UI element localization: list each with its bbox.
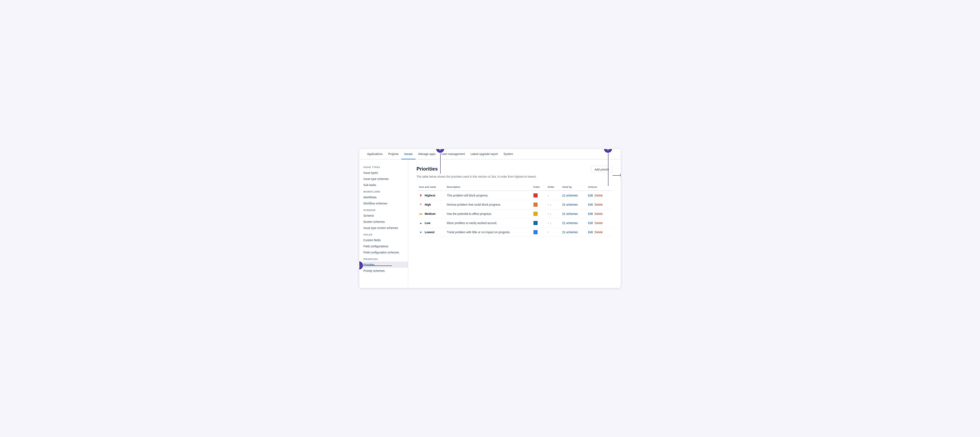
- sidebar-item-field-configurations[interactable]: Field configurations: [360, 243, 408, 249]
- order-up-arrow[interactable]: ↑: [547, 231, 549, 234]
- edit-link[interactable]: Edit: [588, 212, 593, 215]
- svg-rect-1: [419, 214, 422, 215]
- sidebar-item-screens[interactable]: Screens: [360, 212, 408, 219]
- sidebar-section-priorities: PRIORITIES: [360, 255, 408, 262]
- page-description: The table below shows the priorities use…: [417, 175, 612, 178]
- nav-projects[interactable]: Projects: [385, 149, 402, 159]
- priority-icon-lowest: [419, 230, 423, 234]
- delete-link[interactable]: Delete: [595, 231, 603, 234]
- sidebar-item-issue-types[interactable]: Issue types: [360, 170, 408, 176]
- delete-link[interactable]: Delete: [595, 203, 603, 206]
- add-priority-button[interactable]: Add priority: [591, 166, 612, 173]
- sidebar-section-screens: SCREENS: [360, 206, 408, 212]
- sidebar-item-screen-schemes[interactable]: Screen schemes: [360, 219, 408, 225]
- priority-order-cell: ↑: [545, 228, 560, 237]
- priority-order-cell: ↑↓: [545, 218, 560, 228]
- priority-actions: EditDelete: [585, 218, 612, 228]
- sidebar-item-priority-schemes[interactable]: Priority schemes: [360, 268, 408, 274]
- priority-actions: EditDelete: [585, 228, 612, 237]
- sidebar-item-priorities[interactable]: Priorities: [360, 262, 408, 268]
- priorities-table: Icon and name Description Color Order Us…: [417, 184, 612, 237]
- col-order: Order: [545, 184, 560, 191]
- col-actions: Actions: [585, 184, 612, 191]
- order-down-arrow[interactable]: ↓: [550, 222, 551, 225]
- sidebar-item-issue-type-screen-schemes[interactable]: Issue type screen schemes: [360, 225, 408, 231]
- sidebar-item-sub-tasks[interactable]: Sub-tasks: [360, 182, 408, 188]
- page-title: Priorities: [417, 166, 438, 172]
- color-swatch: [533, 212, 538, 216]
- sidebar-section-fields: FIELDS: [360, 231, 408, 237]
- priority-order-cell: ↑↓: [545, 209, 560, 218]
- nav-manage-apps[interactable]: Manage apps: [415, 149, 439, 159]
- top-nav: Applications Projects Issues Manage apps…: [360, 149, 620, 159]
- priority-description: Serious problem that could block progres…: [444, 200, 531, 209]
- order-down-arrow[interactable]: ↓: [550, 212, 551, 215]
- delete-link[interactable]: Delete: [595, 194, 603, 197]
- table-row: Low Minor problem or easily worked aroun…: [417, 218, 612, 228]
- nav-system[interactable]: System: [501, 149, 516, 159]
- edit-link[interactable]: Edit: [588, 194, 593, 197]
- priority-color-cell: [531, 218, 545, 228]
- priority-name: Medium: [425, 212, 436, 215]
- priority-name-cell: Medium: [417, 209, 444, 218]
- order-up-arrow[interactable]: ↑: [547, 203, 549, 206]
- priority-name-cell: Low: [417, 218, 444, 228]
- edit-link[interactable]: Edit: [588, 231, 593, 234]
- used-by-link[interactable]: 21 schemes: [562, 222, 578, 225]
- edit-link[interactable]: Edit: [588, 222, 593, 225]
- sidebar-item-issue-type-schemes[interactable]: Issue type schemes: [360, 176, 408, 182]
- col-icon-name: Icon and name: [417, 184, 444, 191]
- priority-order-cell: ↓: [545, 191, 560, 200]
- priority-color-cell: [531, 209, 545, 218]
- priority-name: Highest: [425, 194, 435, 197]
- priority-description: Minor problem or easily worked around.: [444, 218, 531, 228]
- priority-description: Trivial problem with little or no impact…: [444, 228, 531, 237]
- priority-description: This problem will block progress.: [444, 191, 531, 200]
- priority-name-cell: Highest: [417, 191, 444, 200]
- used-by-link[interactable]: 21 schemes: [562, 212, 578, 215]
- priority-icon-medium: [419, 212, 423, 215]
- edit-link[interactable]: Edit: [588, 203, 593, 206]
- used-by-link[interactable]: 21 schemes: [562, 203, 578, 206]
- sidebar-item-workflow-schemes[interactable]: Workflow schemes: [360, 200, 408, 206]
- priority-actions: EditDelete: [585, 200, 612, 209]
- nav-issues[interactable]: Issues: [401, 149, 415, 159]
- col-color: Color: [531, 184, 545, 191]
- sidebar-item-field-configuration-schemes[interactable]: Field configuration schemes: [360, 249, 408, 255]
- used-by-link[interactable]: 21 schemes: [562, 194, 578, 197]
- sidebar-section-workflows: WORKFLOWS: [360, 188, 408, 194]
- col-used-by: Used by: [560, 184, 585, 191]
- priority-used-by: 21 schemes: [560, 228, 585, 237]
- color-swatch: [533, 203, 538, 207]
- used-by-link[interactable]: 21 schemes: [562, 231, 578, 234]
- table-row: High Serious problem that could block pr…: [417, 200, 612, 209]
- color-swatch: [533, 230, 538, 234]
- priority-name: Lowest: [425, 231, 434, 234]
- delete-link[interactable]: Delete: [595, 222, 603, 225]
- priority-name: Low: [425, 222, 430, 225]
- order-down-arrow[interactable]: ↓: [550, 203, 551, 206]
- table-row: Lowest Trivial problem with little or no…: [417, 228, 612, 237]
- priority-name: High: [425, 203, 431, 206]
- content-layout: ISSUE TYPES Issue types Issue type schem…: [360, 159, 620, 286]
- priority-used-by: 21 schemes: [560, 218, 585, 228]
- color-swatch: [533, 221, 538, 225]
- delete-link[interactable]: Delete: [595, 212, 603, 215]
- priority-order-cell: ↑↓: [545, 200, 560, 209]
- priority-description: Has the potential to affect progress.: [444, 209, 531, 218]
- order-up-arrow[interactable]: ↑: [547, 222, 549, 225]
- sidebar: ISSUE TYPES Issue types Issue type schem…: [360, 159, 408, 286]
- nav-applications[interactable]: Applications: [364, 149, 385, 159]
- priority-actions: EditDelete: [585, 209, 612, 218]
- priority-color-cell: [531, 191, 545, 200]
- priority-used-by: 21 schemes: [560, 191, 585, 200]
- order-up-arrow[interactable]: ↑: [547, 212, 549, 215]
- sidebar-item-custom-fields[interactable]: Custom fields: [360, 237, 408, 243]
- nav-upgrade-report[interactable]: Latest upgrade report: [468, 149, 501, 159]
- priority-icon-highest: [419, 194, 423, 197]
- order-down-arrow[interactable]: ↓: [547, 194, 549, 197]
- priority-icon-low: [419, 221, 423, 225]
- sidebar-item-workflows[interactable]: Workflows: [360, 194, 408, 200]
- priority-color-cell: [531, 200, 545, 209]
- priority-name-cell: High: [417, 200, 444, 209]
